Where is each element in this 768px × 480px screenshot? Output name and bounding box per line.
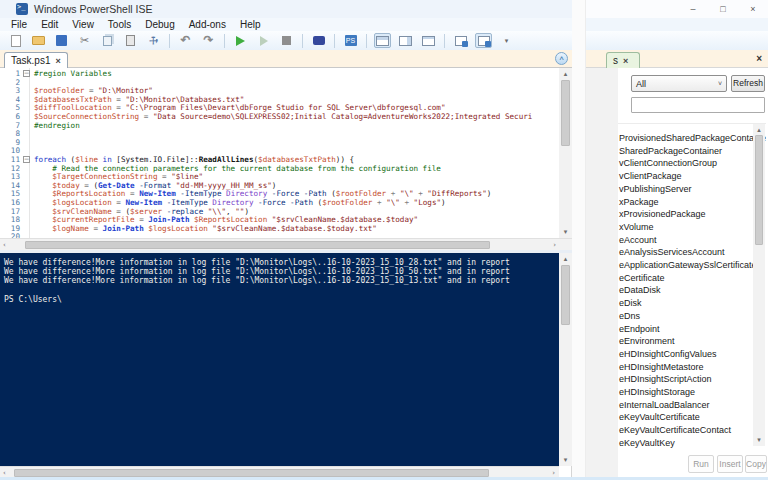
- copy-icon[interactable]: [99, 33, 116, 48]
- scroll-down-icon[interactable]: ▾: [559, 456, 572, 464]
- close-icon[interactable]: ×: [738, 0, 768, 18]
- command-list-item[interactable]: eKeyVaultCertificateContact: [619, 424, 731, 436]
- command-list-item[interactable]: xProvisionedPackage: [619, 208, 706, 220]
- command-list-item[interactable]: SharedPackageContainer: [619, 145, 722, 157]
- new-script-icon[interactable]: [7, 33, 24, 48]
- menu-view[interactable]: View: [65, 18, 101, 31]
- command-list-item[interactable]: eHDInsightStorage: [619, 386, 695, 398]
- scroll-up-icon[interactable]: ▴: [559, 70, 572, 78]
- scroll-up-icon[interactable]: ▴: [753, 126, 765, 134]
- command-list-item[interactable]: eDisk: [619, 297, 642, 309]
- new-remote-powershell-tab-icon[interactable]: [310, 33, 327, 48]
- open-script-icon[interactable]: [30, 33, 47, 48]
- scroll-left-icon[interactable]: ‹: [3, 469, 6, 477]
- command-list-item[interactable]: eAnalysisServicesAccount: [619, 246, 725, 258]
- command-list-item[interactable]: eCertificate: [619, 272, 665, 284]
- menu-file[interactable]: File: [4, 18, 34, 31]
- module-filter-dropdown[interactable]: All ˅: [631, 75, 727, 92]
- script-pane-top-icon: [376, 36, 389, 46]
- command-list-item[interactable]: eEnvironment: [619, 335, 675, 347]
- scroll-down-icon[interactable]: ▾: [559, 228, 572, 236]
- script-pane-maximized-icon[interactable]: [420, 33, 437, 48]
- scrollbar-thumb[interactable]: [561, 80, 570, 146]
- save-icon[interactable]: [53, 33, 70, 48]
- scroll-down-icon[interactable]: ▾: [753, 436, 765, 444]
- app-icon: [16, 3, 28, 15]
- toolbar-separator: [366, 34, 367, 48]
- menu-help[interactable]: Help: [233, 18, 268, 31]
- run-script-icon[interactable]: [232, 33, 249, 48]
- command-list-item[interactable]: eDns: [619, 310, 640, 322]
- panel-close-icon[interactable]: ×: [756, 53, 762, 64]
- refresh-button[interactable]: Refresh: [731, 75, 765, 92]
- scrollbar-thumb[interactable]: [25, 241, 490, 249]
- script-tab-strip: Task.ps1 × ˄: [0, 50, 572, 68]
- console-pane[interactable]: We have difference!More information in l…: [0, 253, 559, 466]
- tab-close-icon[interactable]: ×: [623, 56, 628, 66]
- command-list-item[interactable]: xPackage: [619, 196, 659, 208]
- scrollbar-thumb[interactable]: [561, 265, 570, 325]
- commands-tab-strip: s × ×: [586, 50, 768, 68]
- command-list-item[interactable]: eInternalLoadBalancer: [619, 399, 710, 411]
- redo-icon[interactable]: ↷: [200, 33, 217, 48]
- command-list-item[interactable]: eHDInsightMetastore: [619, 361, 704, 373]
- list-vertical-scrollbar[interactable]: ▴ ▾: [753, 124, 765, 446]
- menu-tools[interactable]: Tools: [101, 18, 138, 31]
- fold-collapse-icon[interactable]: –: [23, 156, 30, 163]
- code-line: #endregion: [34, 122, 80, 131]
- script-tab-label: Task.ps1: [11, 55, 50, 66]
- command-list-item[interactable]: eKeyVaultKey: [619, 437, 675, 448]
- scroll-right-icon[interactable]: ›: [553, 241, 556, 249]
- script-pane-top-icon[interactable]: [374, 33, 391, 48]
- command-list-item[interactable]: eEndpoint: [619, 323, 660, 335]
- command-search-input[interactable]: [631, 97, 765, 113]
- toolbar-overflow-icon[interactable]: ▾: [498, 33, 515, 48]
- copy-button[interactable]: Copy: [745, 455, 767, 473]
- cut-icon[interactable]: ✂: [76, 33, 93, 48]
- command-list[interactable]: ProvisionedSharedPackageContainerSharedP…: [618, 123, 766, 448]
- command-list-item[interactable]: eAccount: [619, 234, 657, 246]
- stop-operation-icon[interactable]: [278, 33, 295, 48]
- editor-horizontal-scrollbar[interactable]: ‹ ›: [0, 238, 572, 250]
- command-list-item[interactable]: vPublishingServer: [619, 183, 692, 195]
- command-list-item[interactable]: eDataDisk: [619, 284, 661, 296]
- insert-button[interactable]: Insert: [717, 455, 743, 473]
- menu-debug[interactable]: Debug: [138, 18, 181, 31]
- paste-icon[interactable]: [122, 33, 139, 48]
- minimize-icon[interactable]: –: [678, 0, 708, 18]
- command-list-item[interactable]: vClientConnectionGroup: [619, 157, 717, 169]
- script-pane-expander-icon[interactable]: ˄: [555, 52, 568, 65]
- show-command-addon-icon[interactable]: [475, 33, 492, 48]
- command-list-item[interactable]: eKeyVaultCertificate: [619, 411, 700, 423]
- show-command-window-icon[interactable]: [452, 33, 469, 48]
- tab-close-icon[interactable]: ×: [55, 56, 60, 66]
- scrollbar-thumb[interactable]: [755, 135, 763, 245]
- script-editor[interactable]: 1–234567891011–121314151617181920 #regio…: [0, 68, 572, 238]
- commands-tab[interactable]: s ×: [606, 52, 640, 68]
- maximize-icon[interactable]: □: [708, 0, 738, 18]
- clear-console-icon[interactable]: ⚒: [145, 33, 162, 48]
- menu-addons[interactable]: Add-ons: [182, 18, 233, 31]
- scroll-left-icon[interactable]: ‹: [3, 241, 6, 249]
- fold-collapse-icon[interactable]: –: [23, 70, 30, 77]
- command-list-item[interactable]: ProvisionedSharedPackageContainer: [619, 132, 766, 144]
- start-powershell-icon[interactable]: PS: [342, 33, 359, 48]
- console-vertical-scrollbar[interactable]: ▴ ▾: [559, 253, 572, 466]
- script-pane-right-icon[interactable]: [397, 33, 414, 48]
- scroll-right-icon[interactable]: ›: [552, 469, 555, 477]
- scroll-up-icon[interactable]: ▴: [559, 255, 572, 263]
- editor-vertical-scrollbar[interactable]: ▴ ▾: [559, 68, 572, 238]
- menu-edit[interactable]: Edit: [34, 18, 65, 31]
- command-list-item[interactable]: eApplicationGatewaySslCertificate: [619, 259, 757, 271]
- script-tab[interactable]: Task.ps1 ×: [4, 52, 68, 68]
- redo-icon: ↷: [203, 33, 213, 48]
- command-list-item[interactable]: xVolume: [619, 221, 654, 233]
- undo-icon[interactable]: ↶: [177, 33, 194, 48]
- toolbar-separator: [444, 34, 445, 48]
- command-list-item[interactable]: vClientPackage: [619, 170, 682, 182]
- command-list-item[interactable]: eHDInsightScriptAction: [619, 373, 712, 385]
- run-button[interactable]: Run: [688, 455, 714, 473]
- run-selection-icon[interactable]: [255, 33, 272, 48]
- command-list-item[interactable]: eHDInsightConfigValues: [619, 348, 716, 360]
- scrollbar-thumb[interactable]: [14, 469, 489, 477]
